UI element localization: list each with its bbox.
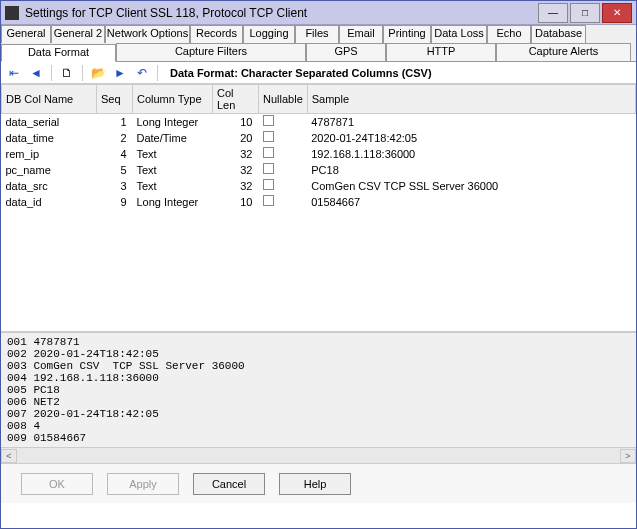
cell-name: data_time (2, 130, 97, 146)
cell-name: pc_name (2, 162, 97, 178)
cell-type: Text (133, 146, 213, 162)
table-row[interactable]: data_time2Date/Time202020-01-24T18:42:05 (2, 130, 636, 146)
cell-seq: 9 (97, 194, 133, 210)
table-row[interactable]: pc_name5Text32PC18 (2, 162, 636, 178)
scroll-left-icon[interactable]: < (1, 449, 17, 463)
app-icon (5, 6, 19, 20)
cell-nullable[interactable] (259, 162, 308, 178)
new-icon[interactable]: 🗋 (58, 64, 76, 82)
checkbox-icon[interactable] (263, 147, 274, 158)
columns-table[interactable]: DB Col NameSeqColumn TypeCol LenNullable… (1, 84, 636, 210)
toolbar: ⇤ ◄ 🗋 📂 ► ↶ Data Format: Character Separ… (1, 62, 636, 84)
table-row[interactable]: rem_ip4Text32192.168.1.118:36000 (2, 146, 636, 162)
tab-records[interactable]: Records (190, 25, 243, 43)
tab-logging[interactable]: Logging (243, 25, 295, 43)
apply-button[interactable]: Apply (107, 473, 179, 495)
column-header[interactable]: Sample (307, 85, 635, 114)
window-title: Settings for TCP Client SSL 118, Protoco… (25, 6, 536, 20)
cell-nullable[interactable] (259, 146, 308, 162)
tab-echo[interactable]: Echo (487, 25, 531, 43)
cell-name: data_id (2, 194, 97, 210)
cell-sample: 4787871 (307, 114, 635, 130)
minimize-button[interactable]: — (538, 3, 568, 23)
cell-nullable[interactable] (259, 178, 308, 194)
cell-len: 32 (213, 146, 259, 162)
format-heading: Data Format: Character Separated Columns… (170, 67, 432, 79)
cell-seq: 3 (97, 178, 133, 194)
cell-seq: 4 (97, 146, 133, 162)
cell-type: Text (133, 178, 213, 194)
grid-area: DB Col NameSeqColumn TypeCol LenNullable… (1, 84, 636, 332)
help-button[interactable]: Help (279, 473, 351, 495)
cell-nullable[interactable] (259, 194, 308, 210)
checkbox-icon[interactable] (263, 195, 274, 206)
tab-http[interactable]: HTTP (386, 43, 496, 61)
tab-gps[interactable]: GPS (306, 43, 386, 61)
table-row[interactable]: data_id9Long Integer1001584667 (2, 194, 636, 210)
scroll-right-icon[interactable]: > (620, 449, 636, 463)
cell-seq: 1 (97, 114, 133, 130)
cell-len: 10 (213, 114, 259, 130)
undo-icon[interactable]: ↶ (133, 64, 151, 82)
cell-nullable[interactable] (259, 130, 308, 146)
cell-name: data_serial (2, 114, 97, 130)
cell-nullable[interactable] (259, 114, 308, 130)
tab-capture-filters[interactable]: Capture Filters (116, 43, 306, 61)
tab-capture-alerts[interactable]: Capture Alerts (496, 43, 631, 61)
cell-sample: 01584667 (307, 194, 635, 210)
cell-seq: 5 (97, 162, 133, 178)
nav-prev-icon[interactable]: ◄ (27, 64, 45, 82)
checkbox-icon[interactable] (263, 179, 274, 190)
dialog-buttons: OK Apply Cancel Help (1, 463, 636, 503)
tab-database[interactable]: Database (531, 25, 586, 43)
tab-general-2[interactable]: General 2 (51, 25, 105, 43)
nav-next-icon[interactable]: ► (111, 64, 129, 82)
table-row[interactable]: data_serial1Long Integer104787871 (2, 114, 636, 130)
cell-len: 20 (213, 130, 259, 146)
cell-name: rem_ip (2, 146, 97, 162)
tab-strip: GeneralGeneral 2Network OptionsRecordsLo… (1, 25, 636, 62)
table-row[interactable]: data_src3Text32ComGen CSV TCP SSL Server… (2, 178, 636, 194)
cell-len: 10 (213, 194, 259, 210)
cell-type: Text (133, 162, 213, 178)
folder-open-icon[interactable]: 📂 (89, 64, 107, 82)
column-header[interactable]: Column Type (133, 85, 213, 114)
ok-button[interactable]: OK (21, 473, 93, 495)
cell-sample: PC18 (307, 162, 635, 178)
nav-first-icon[interactable]: ⇤ (5, 64, 23, 82)
horizontal-scrollbar[interactable]: < > (1, 447, 636, 463)
tab-general[interactable]: General (1, 25, 51, 43)
cell-type: Date/Time (133, 130, 213, 146)
checkbox-icon[interactable] (263, 163, 274, 174)
cell-name: data_src (2, 178, 97, 194)
cell-type: Long Integer (133, 114, 213, 130)
tab-files[interactable]: Files (295, 25, 339, 43)
tab-email[interactable]: Email (339, 25, 383, 43)
maximize-button[interactable]: □ (570, 3, 600, 23)
tab-network-options[interactable]: Network Options (105, 25, 190, 43)
tab-data-format[interactable]: Data Format (1, 44, 116, 62)
titlebar: Settings for TCP Client SSL 118, Protoco… (1, 1, 636, 25)
cell-sample: 2020-01-24T18:42:05 (307, 130, 635, 146)
cell-sample: ComGen CSV TCP SSL Server 36000 (307, 178, 635, 194)
column-header[interactable]: Seq (97, 85, 133, 114)
preview-pane: 001 4787871 002 2020-01-24T18:42:05 003 … (1, 332, 636, 447)
tab-data-loss[interactable]: Data Loss (431, 25, 487, 43)
column-header[interactable]: Nullable (259, 85, 308, 114)
checkbox-icon[interactable] (263, 115, 274, 126)
checkbox-icon[interactable] (263, 131, 274, 142)
column-header[interactable]: DB Col Name (2, 85, 97, 114)
cell-type: Long Integer (133, 194, 213, 210)
close-button[interactable]: ✕ (602, 3, 632, 23)
cancel-button[interactable]: Cancel (193, 473, 265, 495)
cell-len: 32 (213, 162, 259, 178)
cell-sample: 192.168.1.118:36000 (307, 146, 635, 162)
cell-seq: 2 (97, 130, 133, 146)
cell-len: 32 (213, 178, 259, 194)
column-header[interactable]: Col Len (213, 85, 259, 114)
tab-printing[interactable]: Printing (383, 25, 431, 43)
